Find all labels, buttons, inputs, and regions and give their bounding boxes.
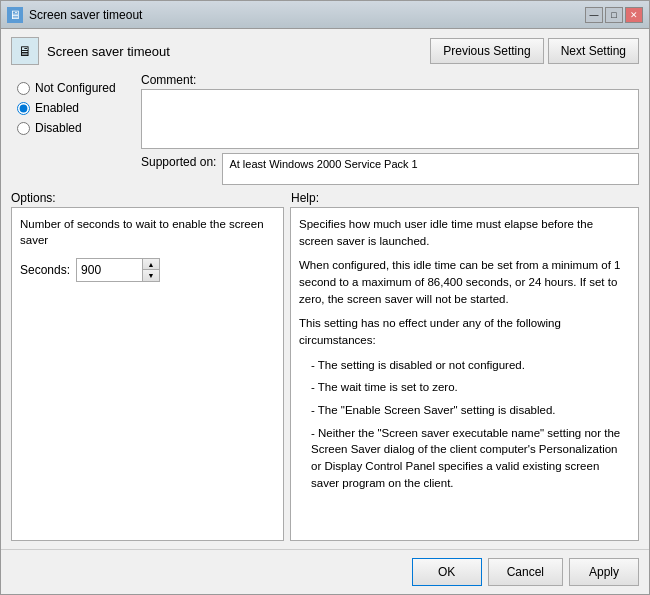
close-button[interactable]: ✕ — [625, 7, 643, 23]
spin-down-button[interactable]: ▼ — [143, 270, 159, 281]
panel-headers: Options: Help: — [11, 191, 639, 205]
enabled-label: Enabled — [35, 101, 79, 115]
not-configured-radio[interactable] — [17, 82, 30, 95]
help-para-3: This setting has no effect under any of … — [299, 315, 630, 348]
policy-title: Screen saver timeout — [47, 44, 170, 59]
seconds-input[interactable] — [77, 259, 142, 281]
title-buttons: — □ ✕ — [585, 7, 643, 23]
options-header-label: Options: — [11, 191, 291, 205]
title-bar-left: 🖥 Screen saver timeout — [7, 7, 142, 23]
window-icon: 🖥 — [7, 7, 23, 23]
help-bullet-4: - Neither the "Screen saver executable n… — [299, 425, 630, 492]
options-description: Number of seconds to wait to enable the … — [20, 216, 275, 248]
apply-button[interactable]: Apply — [569, 558, 639, 586]
cancel-button[interactable]: Cancel — [488, 558, 563, 586]
supported-value: At least Windows 2000 Service Pack 1 — [222, 153, 639, 185]
policy-icon: 🖥 — [11, 37, 39, 65]
help-panel: Specifies how much user idle time must e… — [290, 207, 639, 541]
help-bullet-3: - The "Enable Screen Saver" setting is d… — [299, 402, 630, 419]
comment-section: Comment: — [141, 73, 639, 149]
enabled-radio[interactable] — [17, 102, 30, 115]
title-bar: 🖥 Screen saver timeout — □ ✕ — [1, 1, 649, 29]
seconds-row: Seconds: ▲ ▼ — [20, 258, 275, 282]
help-para-2: When configured, this idle time can be s… — [299, 257, 630, 307]
radio-group: Not Configured Enabled Disabled — [11, 73, 141, 185]
next-setting-button[interactable]: Next Setting — [548, 38, 639, 64]
content-area: 🖥 Screen saver timeout Previous Setting … — [1, 29, 649, 549]
supported-section: Supported on: At least Windows 2000 Serv… — [141, 153, 639, 185]
bottom-bar: OK Cancel Apply — [1, 549, 649, 594]
disabled-label: Disabled — [35, 121, 82, 135]
ok-button[interactable]: OK — [412, 558, 482, 586]
not-configured-label: Not Configured — [35, 81, 116, 95]
enabled-option[interactable]: Enabled — [17, 101, 135, 115]
previous-setting-button[interactable]: Previous Setting — [430, 38, 543, 64]
not-configured-option[interactable]: Not Configured — [17, 81, 135, 95]
spin-up-button[interactable]: ▲ — [143, 259, 159, 270]
help-bullet-1: - The setting is disabled or not configu… — [299, 357, 630, 374]
supported-label: Supported on: — [141, 153, 216, 169]
help-para-1: Specifies how much user idle time must e… — [299, 216, 630, 249]
seconds-spinner: ▲ ▼ — [76, 258, 160, 282]
minimize-button[interactable]: — — [585, 7, 603, 23]
spinner-buttons: ▲ ▼ — [142, 259, 159, 281]
comment-textarea[interactable] — [141, 89, 639, 149]
help-bullet-2: - The wait time is set to zero. — [299, 379, 630, 396]
policy-header: 🖥 Screen saver timeout — [11, 37, 170, 65]
comment-label: Comment: — [141, 73, 639, 87]
disabled-radio[interactable] — [17, 122, 30, 135]
right-config: Comment: Supported on: At least Windows … — [141, 73, 639, 185]
seconds-label: Seconds: — [20, 263, 70, 277]
maximize-button[interactable]: □ — [605, 7, 623, 23]
options-panel: Number of seconds to wait to enable the … — [11, 207, 284, 541]
window-title: Screen saver timeout — [29, 8, 142, 22]
top-section: 🖥 Screen saver timeout Previous Setting … — [11, 37, 639, 65]
help-header-label: Help: — [291, 191, 639, 205]
panels: Number of seconds to wait to enable the … — [11, 207, 639, 541]
disabled-option[interactable]: Disabled — [17, 121, 135, 135]
nav-buttons: Previous Setting Next Setting — [430, 38, 639, 64]
main-window: 🖥 Screen saver timeout — □ ✕ 🖥 Screen sa… — [0, 0, 650, 595]
